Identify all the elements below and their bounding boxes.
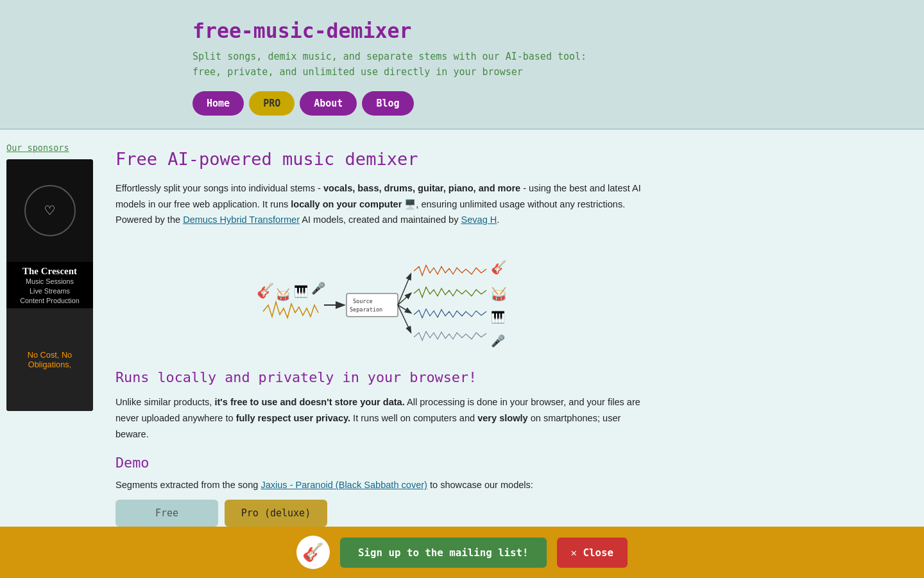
svg-text:Separation: Separation <box>350 306 382 313</box>
svg-text:🎹: 🎹 <box>491 310 506 324</box>
svg-text:🎤: 🎤 <box>491 334 506 348</box>
source-separation-diagram: 🎸 🥁 🎹 🎤 <box>250 241 520 353</box>
demo-table: Free Pro (deluxe) <box>116 500 654 527</box>
section1-heading: Runs locally and privately in your brows… <box>116 369 654 385</box>
diagram-container: 🎸 🥁 🎹 🎤 <box>116 241 654 353</box>
main-content: Free AI-powered music demixer Effortless… <box>103 130 680 566</box>
demucs-link[interactable]: Demucs Hybrid Transformer <box>183 215 300 225</box>
svg-line-9 <box>398 274 411 305</box>
demo-song-link[interactable]: Jaxius - Paranoid (Black Sabbath cover) <box>261 480 427 490</box>
pro-button[interactable]: PRO <box>249 91 295 116</box>
sponsor-image-area: ♡ <box>6 159 93 262</box>
main-heading: Free AI-powered music demixer <box>116 149 654 169</box>
sponsor-logo-circle: ♡ <box>24 185 76 236</box>
sevag-link[interactable]: Sevag H <box>461 215 497 225</box>
sidebar: Our sponsors ♡ The Crescent Music Sessio… <box>0 130 103 566</box>
sponsor-bottom-text: No Cost, NoObligations, <box>22 345 77 374</box>
svg-text:🥁: 🥁 <box>276 288 291 302</box>
demo-paragraph: Segments extracted from the song Jaxius … <box>116 477 654 493</box>
section1-paragraph: Unlike similar products, it's free to us… <box>116 394 654 442</box>
svg-text:🎸: 🎸 <box>257 282 275 299</box>
notification-icon: 🎸 <box>296 536 330 566</box>
svg-rect-6 <box>346 293 398 317</box>
home-button[interactable]: Home <box>193 91 244 116</box>
signup-button[interactable]: Sign up to the mailing list! <box>340 538 547 567</box>
demo-free-col: Free <box>116 500 218 527</box>
heartbeat-icon: ♡ <box>45 202 54 220</box>
main-layout: Our sponsors ♡ The Crescent Music Sessio… <box>0 130 924 566</box>
notification-bar: 🎸 Sign up to the mailing list! ✕ Close <box>0 527 924 566</box>
blog-button[interactable]: Blog <box>362 91 413 116</box>
intro-paragraph: Effortlessly split your songs into indiv… <box>116 180 654 228</box>
subtitle: Split songs, demix music, and separate s… <box>193 49 924 80</box>
close-notification-button[interactable]: ✕ Close <box>557 538 628 567</box>
sponsor-name: The Crescent <box>10 266 89 277</box>
svg-text:🎹: 🎹 <box>294 285 309 299</box>
nav-buttons: Home PRO About Blog <box>193 91 924 116</box>
svg-text:🎤: 🎤 <box>311 281 326 295</box>
sponsor-card: ♡ The Crescent Music SessionsLive Stream… <box>6 159 93 411</box>
demo-pro-col: Pro (deluxe) <box>225 500 327 527</box>
sponsors-label[interactable]: Our sponsors <box>6 143 96 153</box>
about-button[interactable]: About <box>300 91 357 116</box>
sponsor-tagline: Music SessionsLive StreamsContent Produc… <box>10 277 89 306</box>
svg-text:🎸: 🎸 <box>491 259 507 275</box>
sponsor-bottom-image: No Cost, NoObligations, <box>6 308 93 411</box>
sponsor-text-area: The Crescent Music SessionsLive StreamsC… <box>6 262 93 308</box>
demo-heading: Demo <box>116 455 654 471</box>
header: free-music-demixer Split songs, demix mu… <box>0 0 924 130</box>
site-title: free-music-demixer <box>193 19 924 42</box>
svg-text:Source: Source <box>353 298 373 304</box>
svg-text:🥁: 🥁 <box>491 286 507 302</box>
